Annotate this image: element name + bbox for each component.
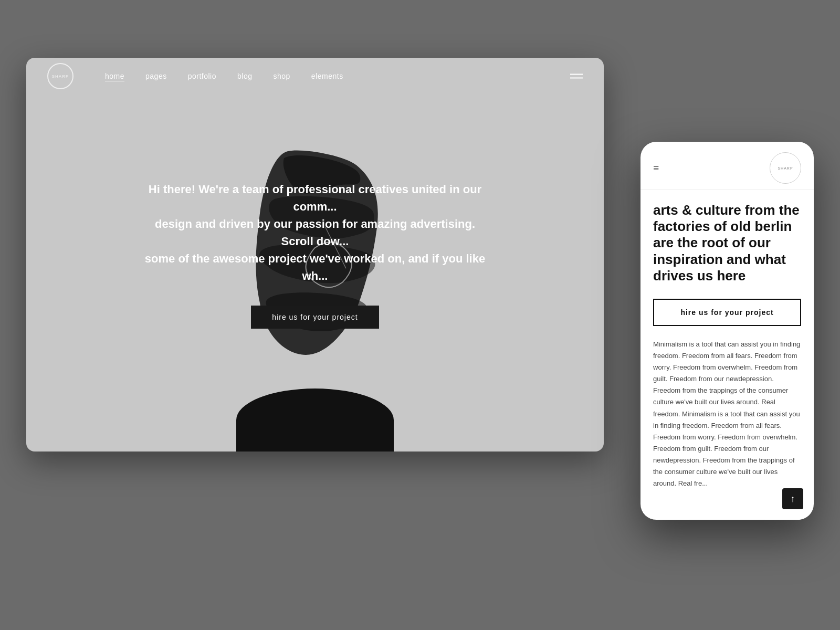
nav-link-portfolio[interactable]: portfolio bbox=[188, 72, 216, 80]
scene: SHARP home pages portfolio blog shop ele… bbox=[26, 58, 814, 572]
nav-link-shop[interactable]: shop bbox=[273, 72, 290, 80]
mobile-content[interactable]: arts & culture from the factories of old… bbox=[640, 190, 814, 515]
mobile-cta-button[interactable]: hire us for your project bbox=[653, 299, 801, 326]
scroll-top-icon: ↑ bbox=[791, 494, 795, 505]
hero-text-block: Hi there! We're a team of professional c… bbox=[118, 181, 512, 300]
mobile-logo[interactable]: SHARP bbox=[770, 152, 801, 184]
scroll-to-top-button[interactable]: ↑ bbox=[782, 488, 803, 509]
desktop-nav: SHARP home pages portfolio blog shop ele… bbox=[26, 58, 604, 94]
nav-link-home[interactable]: home bbox=[105, 72, 124, 80]
nav-link-elements[interactable]: elements bbox=[311, 72, 343, 80]
desktop-cta-button[interactable]: hire us for your project bbox=[251, 306, 379, 329]
mobile-body-text: Minimalism is a tool that can assist you… bbox=[653, 339, 801, 489]
nav-item-shop[interactable]: shop bbox=[273, 71, 290, 81]
nav-logo-text: SHARP bbox=[52, 74, 69, 79]
mobile-hamburger-icon[interactable]: ≡ bbox=[653, 162, 659, 174]
nav-item-pages[interactable]: pages bbox=[145, 71, 167, 81]
nav-logo[interactable]: SHARP bbox=[47, 63, 74, 89]
mobile-header: ≡ SHARP bbox=[640, 142, 814, 190]
hero-paragraph: Hi there! We're a team of professional c… bbox=[139, 181, 491, 285]
nav-item-blog[interactable]: blog bbox=[237, 71, 252, 81]
bg-bottom-shape bbox=[236, 388, 394, 452]
mobile-logo-text: SHARP bbox=[778, 166, 793, 170]
desktop-cta-wrapper: hire us for your project bbox=[251, 306, 379, 329]
nav-link-pages[interactable]: pages bbox=[145, 72, 167, 80]
nav-hamburger-icon[interactable] bbox=[570, 74, 583, 79]
desktop-window: SHARP home pages portfolio blog shop ele… bbox=[26, 58, 604, 452]
nav-item-elements[interactable]: elements bbox=[311, 71, 343, 81]
nav-links: home pages portfolio blog shop elements bbox=[105, 71, 343, 81]
nav-item-portfolio[interactable]: portfolio bbox=[188, 71, 216, 81]
nav-item-home[interactable]: home bbox=[105, 71, 124, 81]
nav-link-blog[interactable]: blog bbox=[237, 72, 252, 80]
mobile-title: arts & culture from the factories of old… bbox=[653, 202, 801, 284]
mobile-phone: ≡ SHARP arts & culture from the factorie… bbox=[640, 142, 814, 520]
